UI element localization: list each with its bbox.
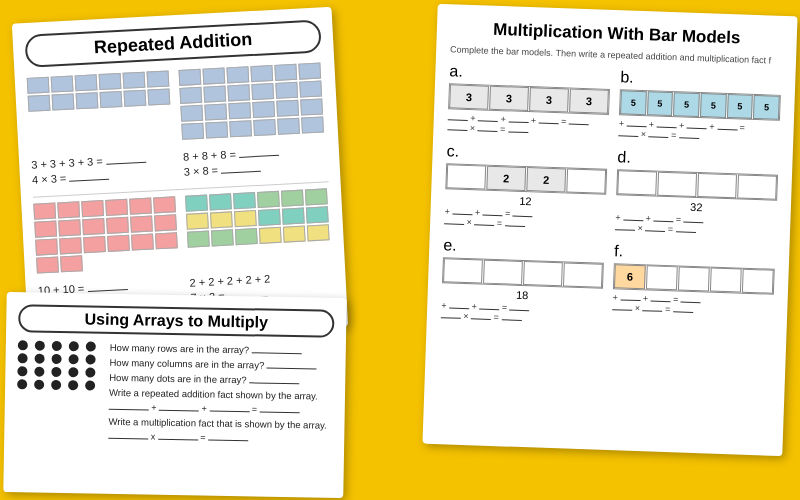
bar-label-d: d. <box>617 148 631 165</box>
dot-array <box>16 340 100 444</box>
q-addition: Write a repeated addition fact shown by … <box>109 387 333 402</box>
repeated-addition-title: Repeated Addition <box>24 19 321 67</box>
bar-label-c: c. <box>446 142 459 159</box>
q-multiply-blanks: x = <box>108 431 332 445</box>
bar-eq-a: + + + = × = <box>447 112 609 138</box>
q-multiply: Write a multiplication fact that is show… <box>108 416 332 431</box>
arrays-multiply-title: Using Arrays to Multiply <box>18 304 334 338</box>
arrays-multiply-worksheet: Using Arrays to Multiply How many rows a… <box>3 292 346 498</box>
array-pink <box>33 196 180 273</box>
array-teal <box>185 188 332 265</box>
bar-eq-c: + + = × = <box>444 206 606 232</box>
arrays-questions: How many rows are in the array? How many… <box>108 342 334 449</box>
q-addition-blanks: + + = <box>109 402 333 416</box>
bar-eq-b: + + + + = × = <box>618 118 780 144</box>
q-rows: How many rows are in the array? <box>110 342 334 357</box>
bar-label-f: f. <box>614 242 623 259</box>
bar-models-worksheet: Multiplication With Bar Models Complete … <box>422 4 797 456</box>
bar-eq-e: + + = × = <box>441 300 603 326</box>
bar-label-a: a. <box>449 62 463 79</box>
bar-problem-f: f. 6 + + = × = <box>612 242 776 332</box>
q-dots: How many dots are in the array? <box>109 372 333 387</box>
q-cols: How many columns are in the array? <box>109 357 333 372</box>
bar-label-b: b. <box>620 68 634 85</box>
array-blue-left <box>27 70 174 147</box>
bar-problem-e: e. 18 + + = × = <box>441 236 605 326</box>
equations-row1: 3 + 3 + 3 + 3 = 4 × 3 = 8 + 8 + 8 = 3 × … <box>31 140 328 188</box>
bar-problems-grid: a. 3 3 3 3 + + + = × = b. 5 5 5 5 5 5 <box>441 62 782 331</box>
arrays-grid-bottom <box>33 188 332 273</box>
bar-label-e: e. <box>443 236 457 253</box>
arrays-grid-top <box>27 62 326 147</box>
array-blue-right <box>178 62 325 139</box>
bar-eq-d: + + = × = <box>615 212 777 238</box>
bar-problem-c: c. 2 2 12 + + = × = <box>444 142 608 232</box>
bar-eq-f: + + = × = <box>612 292 774 318</box>
arrays-multiply-content: How many rows are in the array? How many… <box>16 340 334 448</box>
bar-problem-a: a. 3 3 3 3 + + + = × = <box>447 62 610 138</box>
bar-problem-b: b. 5 5 5 5 5 5 + + + + = × = <box>618 68 781 144</box>
bar-problem-d: d. 32 + + = × = <box>615 148 779 238</box>
